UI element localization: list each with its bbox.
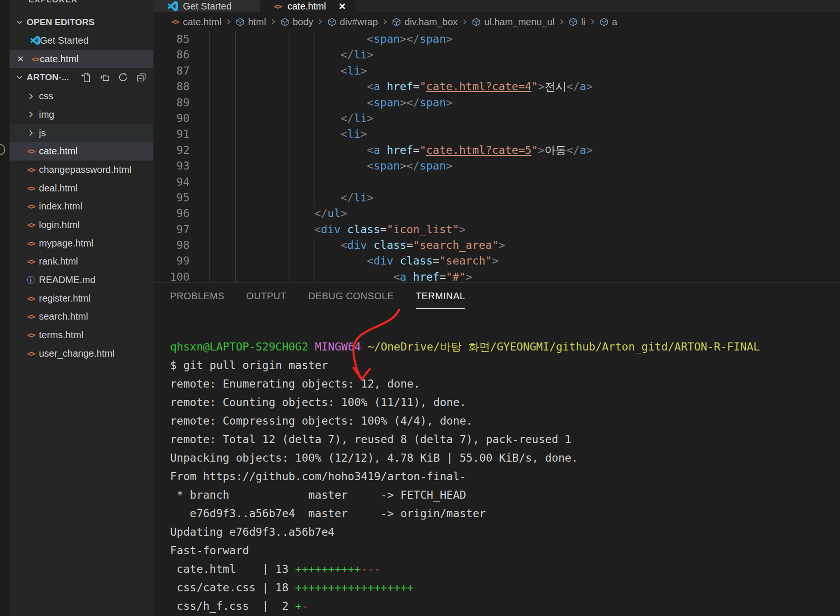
panel-tab-output[interactable]: OUTPUT <box>246 291 286 309</box>
activity-bar <box>0 0 10 616</box>
new-folder-icon[interactable] <box>99 72 110 83</box>
breadcrumb-item-li[interactable]: li <box>569 17 585 28</box>
token: a <box>373 144 380 156</box>
line-number[interactable]: 100 <box>153 269 190 282</box>
token <box>380 80 387 93</box>
code-line-97[interactable]: 97<div class="icon_list"> <box>153 222 840 237</box>
code-line-93[interactable]: 93<span></span> <box>153 158 840 174</box>
open-editor-get-started[interactable]: Get Started <box>10 31 153 50</box>
explorer-sidebar: EXPLORER OPEN EDITORS Get Started✕<>cate… <box>10 0 153 616</box>
token: a <box>373 80 380 93</box>
file-register-html[interactable]: <>register.html <box>10 289 153 308</box>
line-number[interactable]: 97 <box>153 222 190 237</box>
terminal-line-8: From https://github.com/hoho3419/arton-f… <box>170 467 840 486</box>
tab-get-started[interactable]: Get Started <box>153 0 260 12</box>
code-line-98[interactable]: 98<div class="search_area"> <box>153 237 840 253</box>
code-editor[interactable]: 85<span></span>86</li>87<li>88<a href="c… <box>153 31 840 282</box>
file-rank-html[interactable]: <>rank.html <box>10 253 153 271</box>
file-user-change-html[interactable]: <>user_change.html <box>10 344 153 363</box>
code-line-87[interactable]: 87<li> <box>153 63 840 79</box>
token: < <box>341 239 347 251</box>
code-line-99[interactable]: 99<div class="search"> <box>153 253 840 269</box>
terminal-text: Updating e76d9f3..a56b7e4 <box>170 526 334 538</box>
code-line-95[interactable]: 95</li> <box>153 190 840 206</box>
code-line-85[interactable]: 85<span></span> <box>153 31 840 47</box>
tree-item-label: index.html <box>39 201 82 212</box>
file-search-html[interactable]: <>search.html <box>10 308 153 326</box>
collapse-all-icon[interactable] <box>136 72 147 83</box>
line-number[interactable]: 94 <box>153 174 190 190</box>
code-line-94[interactable]: 94 <box>153 174 840 190</box>
code-line-92[interactable]: 92<a href="cate.html?cate=5">아동</a> <box>153 142 840 158</box>
html-icon: <> <box>27 147 35 156</box>
token: " <box>420 144 426 156</box>
token: < <box>367 96 373 109</box>
file-changepassword-html[interactable]: <>changepassword.html <box>10 161 153 179</box>
file-index-html[interactable]: <>index.html <box>10 198 153 216</box>
file-terms-html[interactable]: <>terms.html <box>10 326 153 344</box>
breadcrumb-item-ul-ham-menu-ul[interactable]: ul.ham_menu_ul <box>472 17 554 28</box>
refresh-icon[interactable] <box>118 72 128 83</box>
file-login-html[interactable]: <>login.html <box>10 216 153 234</box>
file-mypage-html[interactable]: <>mypage.html <box>10 234 153 253</box>
panel-tab-terminal[interactable]: TERMINAL <box>416 291 465 309</box>
line-number[interactable]: 89 <box>153 95 190 111</box>
close-tab-icon[interactable]: ✕ <box>338 1 346 12</box>
token: = <box>406 239 413 251</box>
line-number[interactable]: 92 <box>153 142 190 158</box>
code-line-100[interactable]: 100<a href="#"> <box>153 269 840 282</box>
code-line-96[interactable]: 96</ul> <box>153 206 840 221</box>
breadcrumb-item-div-wrap[interactable]: div#wrap <box>327 17 378 28</box>
token: cate.html?cate=4 <box>426 80 532 93</box>
code-line-88[interactable]: 88<a href="cate.html?cate=4">전시</a> <box>153 79 840 95</box>
open-editors-header[interactable]: OPEN EDITORS <box>10 13 153 31</box>
line-number[interactable]: 86 <box>153 47 190 63</box>
folder-img[interactable]: img <box>10 105 153 124</box>
code-line-86[interactable]: 86</li> <box>153 47 840 63</box>
html-icon: <> <box>27 239 35 247</box>
open-editor-cate-html[interactable]: ✕<>cate.html <box>10 50 153 68</box>
workspace-folder-header[interactable]: ARTON-... <box>10 68 153 87</box>
line-number[interactable]: 98 <box>153 237 190 253</box>
line-number[interactable]: 91 <box>153 126 190 142</box>
line-number[interactable]: 93 <box>153 158 190 174</box>
line-number[interactable]: 95 <box>153 190 190 206</box>
terminal-line-7: Unpacking objects: 100% (12/12), 4.78 Ki… <box>170 449 840 467</box>
activity-icon-fragment[interactable] <box>0 144 5 155</box>
code-line-89[interactable]: 89<span></span> <box>153 95 840 111</box>
line-number[interactable]: 87 <box>153 63 190 79</box>
breadcrumb-item-html[interactable]: html <box>236 17 266 28</box>
line-number[interactable]: 99 <box>153 253 190 269</box>
code-line-90[interactable]: 90</li> <box>153 111 840 126</box>
terminal-output[interactable]: qhsxn@LAPTOP-S29CH0G2 MINGW64 ~/OneDrive… <box>153 309 840 616</box>
terminal-text: From https://github.com/hoho3419/arton-f… <box>170 470 466 483</box>
breadcrumb-item-cate-html[interactable]: <>cate.html <box>171 17 221 28</box>
token: span <box>373 160 400 172</box>
line-number[interactable]: 85 <box>153 31 190 47</box>
html-icon: <> <box>30 54 40 64</box>
tree-item-icon-slot: <> <box>27 313 39 321</box>
cube-icon <box>236 18 245 27</box>
token: " <box>420 80 426 93</box>
file-readme-md[interactable]: iREADME.md <box>10 271 153 289</box>
breadcrumb-item-div-ham-box[interactable]: div.ham_box <box>392 17 458 28</box>
token: = <box>439 271 446 282</box>
line-number[interactable]: 96 <box>153 206 190 221</box>
line-number[interactable]: 88 <box>153 79 190 95</box>
new-file-icon[interactable] <box>81 72 91 83</box>
breadcrumb-item-body[interactable]: body <box>280 17 313 28</box>
panel-tab-problems[interactable]: PROBLEMS <box>170 291 224 309</box>
code-text: </li> <box>209 47 373 63</box>
folder-js[interactable]: js <box>10 124 153 142</box>
file-cate-html[interactable]: <>cate.html <box>10 142 153 161</box>
token: < <box>393 271 400 282</box>
line-number[interactable]: 90 <box>153 111 190 126</box>
panel-tab-debug-console[interactable]: DEBUG CONSOLE <box>308 291 394 309</box>
breadcrumb-item-a[interactable]: a <box>600 17 617 28</box>
close-editor-icon[interactable]: ✕ <box>14 54 30 64</box>
code-line-91[interactable]: 91<li> <box>153 126 840 142</box>
file-deal-html[interactable]: <>deal.html <box>10 179 153 198</box>
tab-cate-html[interactable]: <> cate.html ✕ <box>263 0 355 12</box>
token: </ <box>566 80 580 93</box>
folder-css[interactable]: css <box>10 87 153 105</box>
